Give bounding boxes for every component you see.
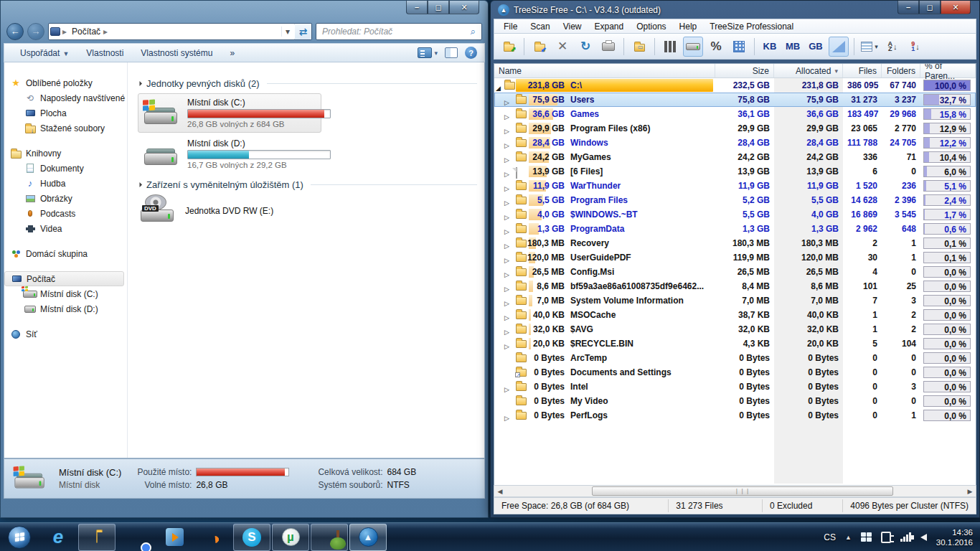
sidebar-item-domácí-skupina[interactable]: Domácí skupina [4, 246, 127, 261]
power-icon[interactable] [881, 532, 891, 543]
search-icon[interactable]: ⌕ [471, 26, 476, 37]
expand-icon[interactable]: ▷ [504, 210, 509, 222]
minimize-button[interactable]: – [406, 1, 428, 14]
tree-row[interactable]: ▷5,5 GBProgram Files5,2 GB5,5 GB14 6282 … [494, 193, 976, 207]
tree-row[interactable]: ▷32,0 KB$AVG32,0 KB32,0 KB120,0 % [494, 322, 976, 336]
maximize-button[interactable]: ◻ [919, 1, 941, 14]
view-list-button[interactable]: ▾ [859, 37, 880, 57]
sort-size-button[interactable]: 91↓ [905, 37, 925, 57]
percent-view-button[interactable]: % [706, 37, 726, 57]
unit-gb-button[interactable]: GB [806, 37, 826, 57]
commandbar-item-vlastnosti-syst-mu[interactable]: Vlastnosti systému [132, 48, 221, 58]
tree-row[interactable]: ▷7,0 MBSystem Volume Information7,0 MB7,… [494, 293, 976, 308]
taskbar-app-skype[interactable]: S [233, 524, 270, 551]
search-input[interactable]: Prohledat: Počítač ⌕ [316, 23, 482, 40]
sidebar-item-dokumenty[interactable]: Dokumenty [4, 161, 127, 176]
refresh-button[interactable]: ⇄ [295, 23, 312, 40]
taskbar-app-firefox[interactable] [194, 524, 232, 551]
tree-row[interactable]: ◢231,8 GBC:\232,5 GB231,8 GB386 09567 74… [494, 78, 976, 93]
clock[interactable]: 14:36 30.1.2016 [936, 527, 973, 547]
expand-icon[interactable]: ▷ [504, 182, 509, 193]
archive-button[interactable]: ▭ [629, 37, 649, 57]
tree-row[interactable]: 0 BytesMy Video0 Bytes0 Bytes000,0 % [494, 394, 976, 408]
sidebar-item-hudba[interactable]: ♪Hudba [4, 176, 127, 191]
print-button[interactable] [598, 37, 618, 57]
tree-row[interactable]: ▷24,2 GBMyGames24,2 GB24,2 GB3367110,4 % [494, 150, 976, 164]
tree-row[interactable]: ▷36,6 GBGames36,1 GB36,6 GB183 49729 968… [494, 107, 976, 121]
help-button[interactable]: ? [465, 47, 477, 59]
sidebar-item-místní-disk-d-[interactable]: Místní disk (D:) [4, 301, 127, 316]
tree-row[interactable]: ▷20,0 KB$RECYCLE.BIN4,3 KB20,0 KB51040,0… [494, 336, 976, 351]
menu-scan[interactable]: Scan [524, 22, 556, 32]
column-header-name[interactable]: Name [494, 64, 715, 77]
tree-row[interactable]: ▷13,9 GB[6 Files]13,9 GB13,9 GB606,0 % [494, 164, 976, 179]
column-header-allocated[interactable]: Allocated▾ [774, 64, 843, 77]
breadcrumb[interactable]: Počítač [69, 27, 103, 37]
auto-units-button[interactable] [829, 37, 849, 57]
expand-icon[interactable]: ▷ [504, 153, 509, 164]
sidebar-item-obrázky[interactable]: Obrázky [4, 191, 127, 206]
taskbar-app-windows-explorer[interactable] [78, 524, 116, 551]
sidebar-item-podcasts[interactable]: Podcasts [4, 206, 127, 221]
sidebar-item-stažené-soubory[interactable]: ↓Stažené soubory [4, 121, 127, 136]
commandbar-item--[interactable]: » [221, 48, 243, 58]
tree-row[interactable]: ▷26,5 MBConfig.Msi26,5 MB26,5 MB400,0 % [494, 265, 976, 279]
tree-row[interactable]: ▷75,9 GBUsers75,8 GB75,9 GB31 2733 23732… [494, 93, 976, 107]
scroll-left-icon[interactable]: ◀ [494, 488, 506, 495]
sidebar-item-videa[interactable]: Videa [4, 221, 127, 236]
tree-row[interactable]: ▷28,4 GBWindows28,4 GB28,4 GB111 78824 7… [494, 136, 976, 150]
preview-pane-button[interactable] [445, 47, 458, 58]
back-button[interactable]: ← [6, 23, 24, 40]
sidebar-item-plocha[interactable]: Plocha [4, 105, 127, 121]
taskbar-app-tree-app[interactable] [311, 524, 348, 551]
tree-row[interactable]: 0 BytesArcTemp0 Bytes0 Bytes000,0 % [494, 351, 976, 365]
expand-icon[interactable]: ▷ [504, 296, 509, 308]
group-header[interactable]: Zařízení s vyměnitelným úložištěm (1) [138, 179, 477, 190]
sidebar-item-síť[interactable]: Síť [4, 326, 127, 342]
taskbar-app-internet-explorer[interactable]: e [39, 524, 77, 551]
tree-row[interactable]: ▷11,9 GBWarThunder11,9 GB11,9 GB1 520236… [494, 179, 976, 193]
sidebar-item-místní-disk-c-[interactable]: Místní disk (C:) [4, 286, 127, 301]
sidebar-item-naposledy-navštívené[interactable]: ⟲Naposledy navštívené [4, 90, 127, 105]
tree-row[interactable]: ▷4,0 GB$WINDOWS.~BT5,5 GB4,0 GB16 8693 5… [494, 207, 976, 222]
explorer-titlebar[interactable]: – ◻ ✕ [4, 1, 485, 19]
menu-help[interactable]: Help [673, 22, 704, 32]
breadcrumb-arrow-icon[interactable]: ▸ [103, 27, 108, 37]
tree-row[interactable]: ▷40,0 KBMSOCache38,7 KB40,0 KB120,0 % [494, 308, 976, 322]
close-button[interactable]: ✕ [941, 1, 971, 14]
column-header-files[interactable]: Files [843, 64, 882, 77]
select-directory-button[interactable]: ⬈ [499, 37, 519, 57]
folder-up-button[interactable]: ⬋ [529, 37, 550, 57]
start-button[interactable] [1, 524, 38, 551]
column-header-size[interactable]: Size [715, 64, 774, 77]
column-header-percent[interactable]: % of Paren... [920, 64, 976, 77]
forward-button[interactable]: → [27, 23, 44, 40]
drive-item-místní-disk-d-[interactable]: Místní disk (D:)16,7 GB volných z 29,2 G… [138, 134, 321, 174]
minimize-button[interactable]: – [897, 1, 919, 14]
expand-icon[interactable]: ▷ [504, 124, 509, 136]
tree-row[interactable]: ▷0 BytesIntel0 Bytes0 Bytes030,0 % [494, 380, 976, 394]
scroll-right-icon[interactable]: ▶ [964, 488, 976, 495]
refresh-button[interactable]: ↻ [575, 37, 595, 57]
unit-kb-button[interactable]: KB [760, 37, 780, 57]
tree-row[interactable]: ➚0 BytesDocuments and Settings0 Bytes0 B… [494, 365, 976, 380]
menu-expand[interactable]: Expand [588, 22, 631, 32]
expand-icon[interactable]: ▷ [504, 325, 509, 336]
sort-alpha-button[interactable]: AZ↓ [882, 37, 903, 57]
maximize-button[interactable]: ◻ [428, 1, 449, 14]
delete-button[interactable]: ✕ [552, 37, 573, 57]
tree-row[interactable]: ▷8,6 MBbf59a3ae86a61008735df9e6462...8,4… [494, 279, 976, 293]
menu-options[interactable]: Options [630, 22, 672, 32]
hidden-icons-button[interactable]: ▲ [845, 534, 852, 541]
taskbar-app-utorrent[interactable]: µ [272, 524, 309, 551]
close-button[interactable]: ✕ [449, 1, 479, 14]
expand-icon[interactable]: ▷ [504, 311, 509, 322]
expand-icon[interactable]: ▷ [504, 110, 509, 121]
network-icon[interactable] [900, 532, 911, 542]
expand-icon[interactable]: ▷ [504, 225, 509, 236]
expand-icon[interactable]: ▷ [504, 253, 509, 265]
expand-icon[interactable]: ▷ [504, 411, 509, 423]
taskbar-app-windows-media-player[interactable] [156, 524, 193, 551]
expand-icon[interactable]: ▷ [504, 196, 509, 207]
address-dropdown-icon[interactable]: ▾ [281, 27, 293, 37]
